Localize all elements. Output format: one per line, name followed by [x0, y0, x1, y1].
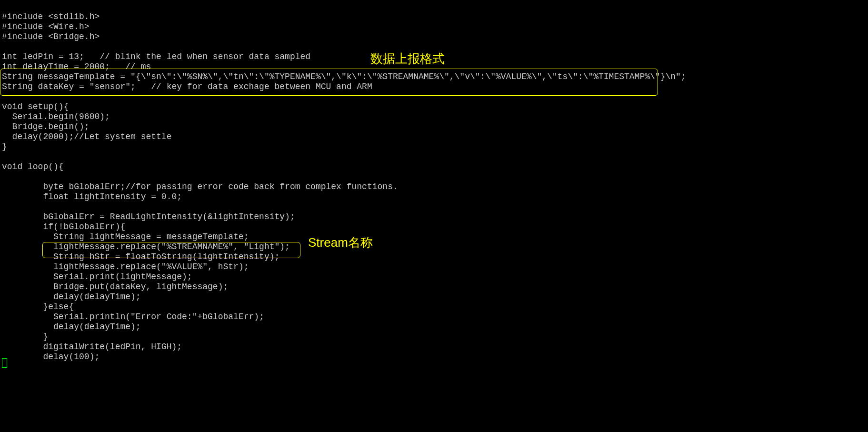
code-line: Serial.begin(9600); — [2, 112, 110, 121]
code-line: delay(100); — [2, 352, 100, 362]
code-line: byte bGlobalErr;//for passing error code… — [2, 182, 398, 191]
code-line: delay(2000);//Let system settle — [2, 132, 171, 141]
code-line: if(!bGlobalErr){ — [2, 222, 125, 231]
code-line: digitalWrite(ledPin, HIGH); — [2, 342, 182, 352]
code-line: } — [2, 332, 48, 342]
code-line: delay(delayTime); — [2, 292, 141, 301]
annotation-data-format: 数据上报格式 — [370, 50, 445, 67]
code-line: #include <Bridge.h> — [2, 32, 100, 41]
code-line: void setup(){ — [2, 102, 69, 111]
code-line: float lightIntensity = 0.0; — [2, 192, 182, 201]
code-line: int ledPin = 13; // blink the led when s… — [2, 52, 310, 61]
code-line: delay(delayTime); — [2, 322, 141, 332]
code-line: lightMessage.replace("%VALUE%", hStr); — [2, 262, 249, 271]
code-line: #include <Wire.h> — [2, 22, 90, 31]
code-line: Serial.print(lightMessage); — [2, 272, 192, 281]
code-line: Serial.println("Error Code:"+bGlobalErr)… — [2, 312, 264, 321]
annotation-stream-name: Stream名称 — [308, 234, 373, 251]
code-line: bGlobalErr = ReadLightIntensity(&lightIn… — [2, 212, 295, 221]
code-line: }else{ — [2, 302, 74, 311]
text-cursor — [2, 358, 7, 368]
code-line: int delayTime = 2000; // ms — [2, 62, 151, 71]
code-line: } — [2, 142, 7, 151]
code-line: String hStr = floatToString(lightIntensi… — [2, 252, 279, 261]
code-line: Bridge.begin(); — [2, 122, 90, 131]
code-line: void loop(){ — [2, 162, 64, 171]
code-line: Bridge.put(dataKey, lightMessage); — [2, 282, 228, 291]
code-line: String dataKey = "sensor"; // key for da… — [2, 82, 372, 91]
code-line: lightMessage.replace("%STREAMNAME%", "Li… — [2, 242, 290, 251]
code-line: String messageTemplate = "{\"sn\":\"%SN%… — [2, 72, 686, 81]
code-line: String lightMessage = messageTemplate; — [2, 232, 249, 241]
code-line: #include <stdlib.h> — [2, 12, 100, 21]
